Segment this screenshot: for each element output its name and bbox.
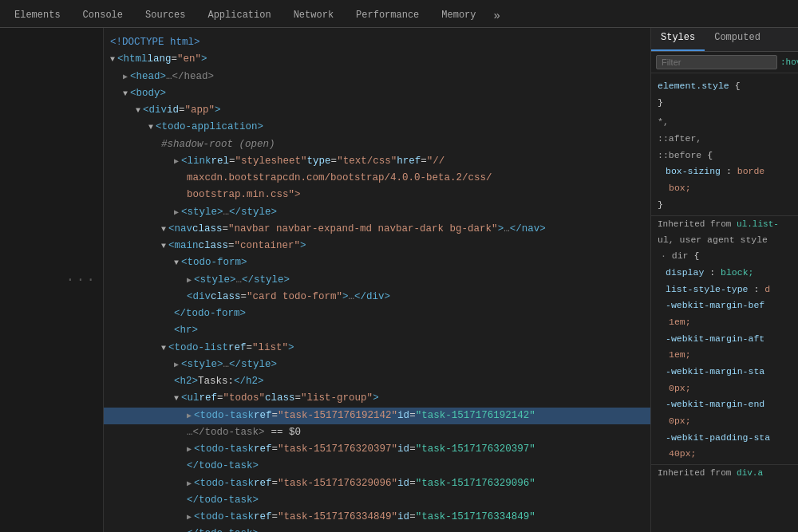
html-line-doctype: <!DOCTYPE html> — [104, 34, 650, 51]
inherited-from-header1: Inherited from ul.list- — [651, 215, 798, 231]
html-line-task2[interactable]: ▶ <todo-task ref="task-1517176320397" id… — [104, 441, 650, 458]
html-line-style2[interactable]: ▶ <style> … </style> — [104, 272, 650, 289]
styles-filter-input[interactable] — [656, 55, 777, 69]
html-line-style3[interactable]: ▶ <style> … </style> — [104, 357, 650, 373]
triangle-todo-form[interactable]: ▼ — [174, 256, 179, 270]
tab-more-button[interactable]: » — [488, 5, 507, 27]
html-line-main[interactable]: ▼ <main class="container" > — [104, 238, 650, 254]
devtools-tab-bar: Elements Console Sources Application Net… — [0, 0, 798, 28]
triangle-style2[interactable]: ▶ — [187, 274, 192, 287]
triangle-ul[interactable]: ▼ — [174, 392, 179, 405]
triangle-task2[interactable]: ▶ — [187, 443, 192, 456]
triangle-link[interactable]: ▶ — [174, 155, 179, 168]
devtools-body: ··· <!DOCTYPE html> ▼ <html lang="en" > … — [0, 28, 798, 532]
html-line-task3-close: </todo-task> — [104, 492, 650, 509]
tab-elements[interactable]: Elements — [3, 5, 72, 27]
tab-computed[interactable]: Computed — [705, 28, 770, 51]
star-rule-block: *, ::after, ::before { box-sizing : bord… — [651, 112, 798, 215]
html-line-link[interactable]: ▶ <link rel="stylesheet" type="text/css"… — [104, 153, 650, 170]
triangle-head[interactable]: ▶ — [123, 70, 128, 84]
html-line-head[interactable]: ▶ <head> …</head> — [104, 69, 650, 85]
html-line-shadow-root: #shadow-root (open) — [104, 136, 650, 153]
triangle-html[interactable]: ▼ — [110, 53, 115, 66]
html-line-todo-form[interactable]: ▼ <todo-form> — [104, 254, 650, 271]
triangle-body[interactable]: ▼ — [123, 87, 128, 100]
html-line-body[interactable]: ▼ <body> — [104, 85, 650, 102]
triangle-task1[interactable]: ▶ — [187, 409, 192, 423]
html-line-task1-close: …</todo-task> == $0 — [104, 424, 650, 441]
tab-console[interactable]: Console — [72, 5, 134, 27]
left-gutter: ··· — [0, 28, 104, 532]
triangle-main[interactable]: ▼ — [161, 239, 166, 253]
ul-inherited-block: ul, user agent style · dir { display : b… — [651, 231, 798, 465]
html-line-todo-application[interactable]: ▼ <todo-application> — [104, 119, 650, 136]
triangle-todo-app[interactable]: ▼ — [148, 120, 153, 134]
tab-memory[interactable]: Memory — [430, 5, 487, 27]
html-line-task4[interactable]: ▶ <todo-task ref="task-1517176334849" id… — [104, 509, 650, 526]
elements-panel[interactable]: <!DOCTYPE html> ▼ <html lang="en" > ▶ <h… — [104, 28, 650, 532]
html-line-link-url2: bootstrap.min.css"> — [104, 187, 650, 203]
tab-sources[interactable]: Sources — [134, 5, 196, 27]
filter-hov-button[interactable]: :hov — [780, 57, 798, 67]
tab-application[interactable]: Application — [196, 5, 282, 27]
tab-performance[interactable]: Performance — [345, 5, 430, 27]
styles-panel: Styles Computed :hov element.style { } *… — [650, 28, 798, 532]
html-line-link-url1: maxcdn.bootstrapcdn.com/bootstrap/4.0.0-… — [104, 170, 650, 187]
html-line-nav[interactable]: ▼ <nav class="navbar navbar-expand-md na… — [104, 221, 650, 238]
triangle-nav[interactable]: ▼ — [161, 223, 166, 236]
html-line-h2: <h2> Tasks: </h2> — [104, 373, 650, 390]
triangle-style1[interactable]: ▶ — [174, 206, 179, 219]
element-style-block: element.style { } — [651, 77, 798, 112]
triangle-todo-list[interactable]: ▼ — [161, 341, 166, 355]
styles-tab-bar: Styles Computed — [651, 28, 798, 52]
triangle-style3[interactable]: ▶ — [174, 358, 179, 372]
inherited-from-header2: Inherited from div.a — [651, 464, 798, 479]
html-line-task1[interactable]: ▶ <todo-task ref="task-1517176192142" id… — [104, 408, 650, 424]
html-line-html[interactable]: ▼ <html lang="en" > — [104, 51, 650, 68]
triangle-task4[interactable]: ▶ — [187, 510, 192, 524]
gutter-dots: ··· — [66, 272, 97, 288]
html-line-task3[interactable]: ▶ <todo-task ref="task-1517176329096" id… — [104, 475, 650, 492]
html-line-todo-list[interactable]: ▼ <todo-list ref="list" > — [104, 340, 650, 357]
html-line-div-app[interactable]: ▼ <div id="app" > — [104, 102, 650, 119]
triangle-div-app[interactable]: ▼ — [136, 104, 140, 117]
styles-content[interactable]: element.style { } *, ::after, ::before {… — [651, 73, 798, 532]
styles-filter-bar: :hov — [651, 52, 798, 73]
html-line-hr: <hr> — [104, 322, 650, 339]
html-line-div-card[interactable]: <div class="card todo-form" > … </div> — [104, 289, 650, 305]
html-line-task2-close: </todo-task> — [104, 458, 650, 475]
tab-styles[interactable]: Styles — [651, 28, 705, 51]
html-line-style1[interactable]: ▶ <style> … </style> — [104, 204, 650, 221]
html-line-task4-close: </todo-task> — [104, 526, 650, 532]
tab-network[interactable]: Network — [282, 5, 345, 27]
html-line-ul[interactable]: ▼ <ul ref="todos" class="list-group" > — [104, 390, 650, 407]
triangle-task3[interactable]: ▶ — [187, 477, 192, 491]
html-line-close-todo-form: </todo-form> — [104, 305, 650, 322]
